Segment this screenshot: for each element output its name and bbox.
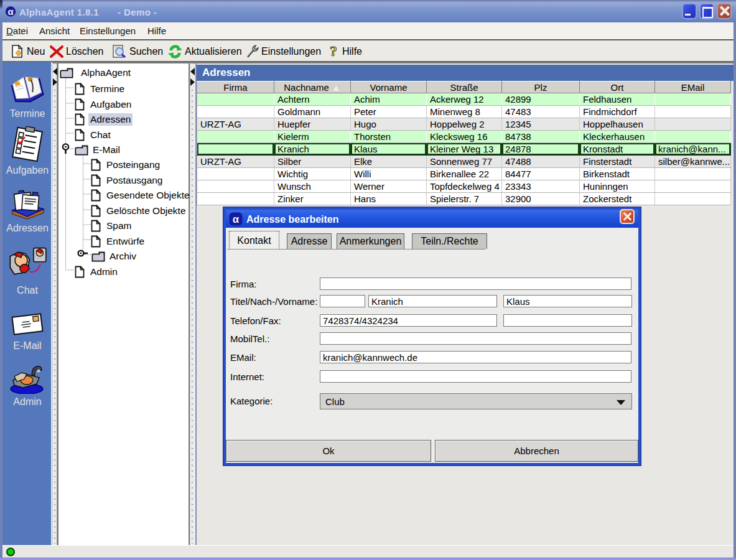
svg-text:α: α	[7, 6, 14, 17]
svg-text:α: α	[233, 213, 240, 225]
svg-text:?: ?	[330, 44, 337, 59]
